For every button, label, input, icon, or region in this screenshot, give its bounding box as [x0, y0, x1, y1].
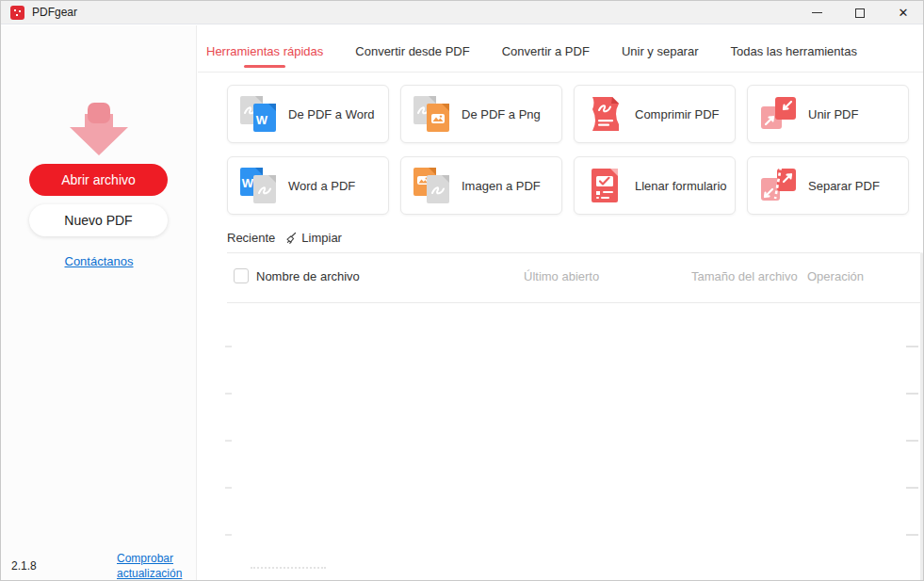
main-area: Herramientas rápidas Convertir desde PDF…: [198, 25, 924, 581]
skeleton-row: [198, 487, 924, 489]
tab-bar: Herramientas rápidas Convertir desde PDF…: [206, 44, 857, 68]
tab-label: Todas las herramientas: [731, 44, 857, 58]
ghost-placeholder: [251, 567, 326, 569]
maximize-button[interactable]: [838, 1, 882, 24]
compress-pdf-icon: [584, 93, 625, 135]
active-tab-underline: [244, 65, 285, 68]
pdf-to-word-icon: W: [237, 93, 279, 135]
svg-text:W: W: [256, 113, 268, 127]
sidebar: Abrir archivo Nuevo PDF Contáctanos 2.1.…: [1, 25, 197, 581]
pdfgear-window: PDFgear ✕ Abrir archivo Nuevo PDF Contác…: [0, 0, 924, 581]
card-label: Word a PDF: [288, 179, 355, 193]
card-label: Comprimir PDF: [635, 107, 720, 121]
clear-recent-label: Limpiar: [301, 231, 342, 245]
close-icon: ✕: [899, 7, 909, 19]
maximize-icon: [855, 8, 865, 18]
word-to-pdf-icon: W: [237, 165, 279, 206]
vertical-scrollbar[interactable]: [920, 252, 923, 581]
tool-cards-grid: W De PDF a Word De PDF a Png: [227, 85, 909, 215]
table-header-divider: [227, 302, 920, 303]
close-button[interactable]: ✕: [882, 1, 924, 24]
card-label: De PDF a Png: [462, 107, 541, 121]
card-pdf-to-png[interactable]: De PDF a Png: [400, 85, 562, 143]
skeleton-row: [198, 534, 924, 536]
column-header-file-size: Tamaño del archivo: [691, 269, 798, 283]
skeleton-row: [198, 393, 924, 395]
check-update-link[interactable]: Comprobar actualización: [117, 552, 182, 580]
column-header-operation: Operación: [807, 269, 864, 283]
tab-convert-from-pdf[interactable]: Convertir desde PDF: [355, 44, 469, 68]
window-controls: ✕: [795, 1, 924, 24]
open-file-button[interactable]: Abrir archivo: [29, 164, 168, 196]
card-word-to-pdf[interactable]: W Word a PDF: [227, 156, 389, 215]
card-label: Unir PDF: [808, 107, 858, 121]
card-merge-pdf[interactable]: Unir PDF: [747, 85, 909, 143]
tab-convert-to-pdf[interactable]: Convertir a PDF: [502, 44, 590, 68]
skeleton-row: [198, 440, 924, 442]
select-all-checkbox[interactable]: [234, 268, 249, 283]
tabs-divider: [198, 72, 924, 73]
image-to-pdf-icon: [411, 165, 452, 206]
tab-quick-tools[interactable]: Herramientas rápidas: [206, 44, 323, 68]
tab-label: Convertir desde PDF: [355, 44, 469, 58]
card-pdf-to-word[interactable]: W De PDF a Word: [227, 85, 389, 143]
contact-link[interactable]: Contáctanos: [65, 254, 134, 268]
card-split-pdf[interactable]: Separar PDF: [747, 156, 909, 215]
open-file-label: Abrir archivo: [61, 172, 136, 187]
pdf-to-png-icon: [411, 93, 452, 135]
new-pdf-button[interactable]: Nuevo PDF: [29, 204, 168, 236]
svg-text:W: W: [242, 176, 254, 190]
minimize-button[interactable]: [795, 1, 838, 24]
recent-section-header: Reciente Limpiar: [227, 231, 342, 245]
clear-recent-button[interactable]: Limpiar: [284, 231, 342, 245]
broom-icon: [284, 232, 298, 245]
split-pdf-icon: [757, 165, 799, 206]
card-compress-pdf[interactable]: Comprimir PDF: [574, 85, 736, 143]
card-label: De PDF a Word: [288, 107, 375, 121]
card-fill-form[interactable]: Llenar formulario: [574, 156, 736, 215]
open-file-arrow-icon: [64, 101, 134, 159]
tab-label: Herramientas rápidas: [206, 44, 323, 58]
version-label: 2.1.8: [11, 559, 37, 573]
tab-label: Convertir a PDF: [502, 44, 590, 58]
tab-all-tools[interactable]: Todas las herramientas: [731, 44, 857, 68]
merge-pdf-icon: [757, 93, 799, 135]
column-header-filename: Nombre de archivo: [256, 269, 360, 283]
contact-link-wrap: Contáctanos: [1, 254, 197, 268]
window-title: PDFgear: [32, 6, 77, 19]
minimize-icon: [812, 12, 822, 13]
pdfgear-logo-icon: [10, 6, 24, 20]
tab-merge-split[interactable]: Unir y separar: [622, 44, 699, 68]
tab-label: Unir y separar: [622, 44, 699, 58]
card-label: Imagen a PDF: [462, 179, 541, 193]
check-update-wrap: Comprobar actualización: [117, 551, 185, 581]
column-header-last-opened: Último abierto: [524, 269, 599, 283]
fill-form-icon: [584, 165, 625, 206]
skeleton-row: [198, 346, 924, 347]
card-label: Separar PDF: [808, 179, 880, 193]
recent-table-header: Nombre de archivo Último abierto Tamaño …: [227, 267, 920, 286]
card-image-to-pdf[interactable]: Imagen a PDF: [400, 156, 562, 215]
card-label: Llenar formulario: [635, 179, 727, 193]
new-pdf-label: Nuevo PDF: [64, 213, 132, 228]
recent-divider: [227, 252, 920, 253]
title-bar: PDFgear ✕: [1, 1, 924, 24]
recent-title: Reciente: [227, 231, 275, 245]
